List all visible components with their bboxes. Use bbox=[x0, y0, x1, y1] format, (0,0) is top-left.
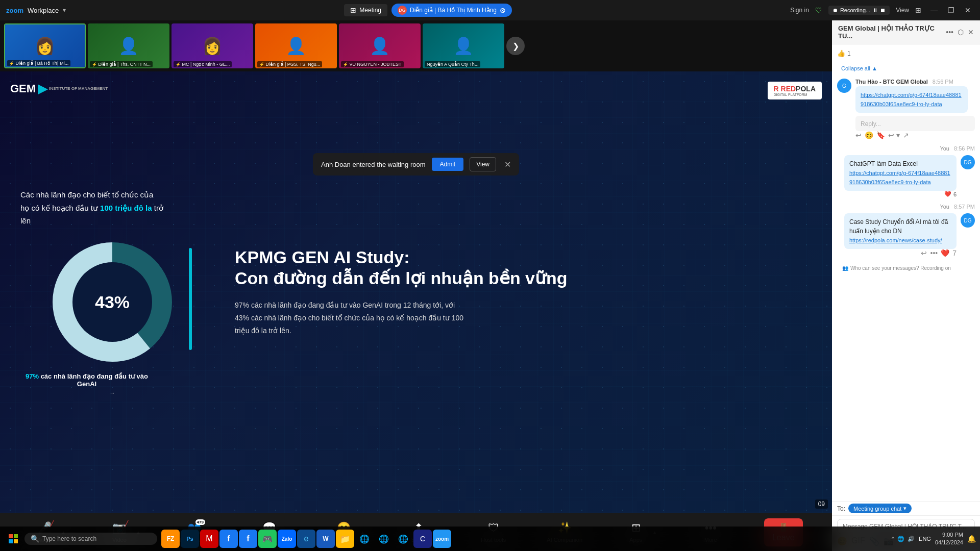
windows-taskbar: 🔍 Type here to search FZ Ps M f f 🎮 bbox=[0, 527, 980, 551]
reply-icon-3[interactable]: ↩ bbox=[921, 249, 927, 257]
taskbar-photoshop[interactable]: Ps bbox=[181, 530, 199, 548]
title-bar-center: ⊞ Meeting DG Diễn giả | Bà Hồ Thị Minh H… bbox=[344, 4, 512, 17]
maximize-button[interactable]: ❐ bbox=[945, 5, 958, 15]
msg-link-2[interactable]: https://chatgpt.com/g/g-674f18aae4888191… bbox=[849, 170, 950, 185]
lightning-icon-2: ⚡ bbox=[92, 62, 97, 67]
thumbnail-2[interactable]: 👤 ⚡ Diễn giả | Ths. CNTT N... bbox=[88, 23, 169, 68]
windows-logo-icon bbox=[9, 534, 18, 543]
taskbar-zoom[interactable]: zoom bbox=[433, 530, 451, 548]
taskbar-zalo[interactable]: Zalo bbox=[278, 530, 296, 548]
meeting-tab[interactable]: ⊞ Meeting bbox=[344, 4, 387, 16]
minimize-button[interactable]: — bbox=[927, 5, 941, 15]
reply-icon-1[interactable]: ↩ bbox=[855, 131, 862, 139]
msg-link-3[interactable]: https://redpola.com/news/case-study/ bbox=[849, 237, 942, 243]
taskbar-chrome4[interactable]: C bbox=[413, 530, 432, 548]
msg-actions-1: ↩ 😊 🔖 ↩ ▾ ↗ bbox=[855, 131, 975, 139]
title-bar-right: Sign in 🛡 ⏺ Recording... ⏸ ⏹ View ⊞ — ❐ … bbox=[790, 5, 974, 15]
msg-bubble-3: Case Study Chuyển đổi AI mà tôi đã huấn … bbox=[844, 213, 957, 249]
thumbnail-next-button[interactable]: ❯ bbox=[506, 37, 525, 55]
clock[interactable]: 9:00 PM 04/12/2024 bbox=[935, 531, 963, 547]
taskbar-fb2[interactable]: f bbox=[239, 530, 257, 548]
start-button[interactable] bbox=[4, 530, 22, 548]
thumbnail-5[interactable]: 👤 ⚡ VU NGUYEN - JOBTEST bbox=[339, 23, 421, 68]
reaction-count-2: 6 bbox=[953, 191, 957, 197]
msg-link-1[interactable]: https://chatgpt.com/g/g-674f18aae4888191… bbox=[861, 92, 962, 107]
meeting-group-pill[interactable]: Meeting group chat ▾ bbox=[848, 504, 912, 513]
taskbar-apps: FZ Ps M f f 🎮 Zalo e W bbox=[161, 530, 451, 548]
more-icon-1[interactable]: ↩ ▾ bbox=[888, 131, 900, 139]
chat-message-1: G Thu Hào - BTC GEM Global 8:56 PM https… bbox=[837, 79, 975, 139]
chat-to: To: Meeting group chat ▾ bbox=[832, 501, 980, 515]
view-waiting-button[interactable]: View bbox=[470, 157, 496, 171]
shield-icon: 🛡 bbox=[815, 6, 822, 14]
admit-button[interactable]: Admit bbox=[432, 158, 464, 171]
taskbar-edge[interactable]: e bbox=[297, 530, 315, 548]
title-chevron[interactable]: ▾ bbox=[63, 7, 66, 14]
chat-close-button[interactable]: ✕ bbox=[968, 28, 974, 36]
sign-in-link[interactable]: Sign in bbox=[790, 7, 809, 14]
right-content: KPMG GEN AI Study: Con đường dẫn đến lợi… bbox=[204, 247, 812, 337]
system-tray: ^ 🌐 🔊 bbox=[892, 536, 915, 542]
forward-icon-1[interactable]: ↗ bbox=[903, 131, 909, 139]
heart-icon-3[interactable]: ❤️ bbox=[941, 249, 949, 257]
taskbar-app6[interactable]: 🎮 bbox=[258, 530, 277, 548]
chat-popout-button[interactable]: ⬡ bbox=[958, 28, 964, 36]
content-area: 👩 ⚡ Diễn giả | Bà Hồ Thị Mi... 👤 ⚡ Diễn … bbox=[0, 20, 980, 551]
reply-box-1: Reply... bbox=[855, 116, 975, 131]
speaker-name: Diễn giả | Bà Hồ Thị Minh Hằng bbox=[410, 7, 497, 14]
tray-chevron[interactable]: ^ bbox=[892, 536, 894, 542]
close-notification-button[interactable]: ✕ bbox=[504, 160, 511, 169]
thumbnail-3[interactable]: 👩 ⚡ MC | Ngọc Minh - GE... bbox=[172, 23, 253, 68]
main-presentation: GEM ▶ INSTITUTE OF MANAGEMENT R REDPOLA … bbox=[0, 71, 832, 513]
meeting-group-chevron: ▾ bbox=[903, 505, 906, 512]
taskbar-facebook[interactable]: f bbox=[219, 530, 238, 548]
thumbnail-6[interactable]: 👤 Nguyễn A Quản Cty Th... bbox=[423, 23, 504, 68]
chat-messages: 👍 1 Collapse all ▲ G Thu Hào - BTC GEM G… bbox=[832, 44, 980, 501]
reaction-count-3: 7 bbox=[952, 249, 957, 257]
thumbnail-1[interactable]: 👩 ⚡ Diễn giả | Bà Hồ Thị Mi... bbox=[4, 23, 86, 68]
msg-avatar-1: G bbox=[837, 79, 851, 93]
taskbar-search[interactable]: 🔍 Type here to search bbox=[24, 533, 157, 545]
chat-message-3: You 8:57 PM DG Case Study Chuyển đổi AI … bbox=[837, 204, 975, 257]
taskbar-filezilla[interactable]: FZ bbox=[161, 530, 180, 548]
msg-bubble-1: https://chatgpt.com/g/g-674f18aae4888191… bbox=[855, 86, 968, 113]
slide-body: 97% các nhà lãnh đạo đang đầu tư vào Gen… bbox=[235, 299, 470, 338]
msg-time-3: 8:57 PM bbox=[954, 204, 975, 210]
more-icon-3[interactable]: ••• bbox=[930, 249, 938, 257]
taskbar-chrome[interactable]: 🌐 bbox=[355, 530, 374, 548]
recording-button[interactable]: ⏺ Recording... ⏸ ⏹ bbox=[828, 6, 890, 15]
notification-button[interactable]: 🔔 bbox=[967, 535, 976, 543]
taskbar-chrome3[interactable]: 🌐 bbox=[394, 530, 412, 548]
lightning-icon-5: ⚡ bbox=[343, 62, 348, 67]
chat-message-2: You 8:56 PM DG ChatGPT làm Data Excel ht… bbox=[837, 145, 975, 197]
collapse-all-button[interactable]: Collapse all ▲ bbox=[837, 64, 881, 72]
lightning-icon-4: ⚡ bbox=[259, 62, 264, 67]
collapse-row: Collapse all ▲ bbox=[837, 64, 975, 72]
thumb-label-3: ⚡ MC | Ngọc Minh - GE... bbox=[174, 61, 232, 67]
msg-avatar-3: DG bbox=[961, 213, 975, 228]
thumb-label-2: ⚡ Diễn giả | Ths. CNTT N... bbox=[90, 61, 153, 67]
reply-area-1: Reply... ↩ 😊 🔖 ↩ ▾ ↗ bbox=[855, 115, 975, 139]
speaker-pill[interactable]: DG Diễn giả | Bà Hồ Thị Minh Hằng ⊗ bbox=[391, 4, 512, 17]
taskbar-app3[interactable]: M bbox=[200, 530, 218, 548]
chat-options-button[interactable]: ••• bbox=[946, 28, 953, 36]
clock-date: 04/12/2024 bbox=[935, 539, 963, 546]
emoji-icon-1[interactable]: 😊 bbox=[865, 131, 873, 139]
thumbnail-4[interactable]: 👤 ⚡ Diễn giả | PGS. TS. Ngu... bbox=[255, 23, 337, 68]
taskbar-word[interactable]: W bbox=[316, 530, 335, 548]
thumb-label-1: ⚡ Diễn giả | Bà Hồ Thị Mi... bbox=[7, 60, 70, 66]
title-bar-left: zoom Workplace ▾ bbox=[6, 7, 66, 14]
view-label[interactable]: View bbox=[896, 7, 909, 14]
teal-bar bbox=[189, 248, 192, 350]
taskbar-explorer[interactable]: 📁 bbox=[336, 530, 354, 548]
thumbs-icon: 👍 bbox=[837, 49, 845, 57]
taskbar-chrome2[interactable]: 🌐 bbox=[375, 530, 393, 548]
zoom-workplace-label: Workplace bbox=[28, 7, 59, 14]
close-button[interactable]: ✕ bbox=[962, 5, 974, 15]
msg-content-3: Case Study Chuyển đổi AI mà tôi đã huấn … bbox=[844, 213, 957, 257]
msg-content-2: ChatGPT làm Data Excel https://chatgpt.c… bbox=[844, 155, 957, 197]
privacy-note: 👥 Who can see your messages? Recording o… bbox=[837, 263, 975, 273]
bookmark-icon-1[interactable]: 🔖 bbox=[876, 131, 885, 139]
thumbs-up-reaction: 👍 1 bbox=[837, 48, 975, 58]
language-indicator[interactable]: ENG bbox=[919, 536, 931, 542]
